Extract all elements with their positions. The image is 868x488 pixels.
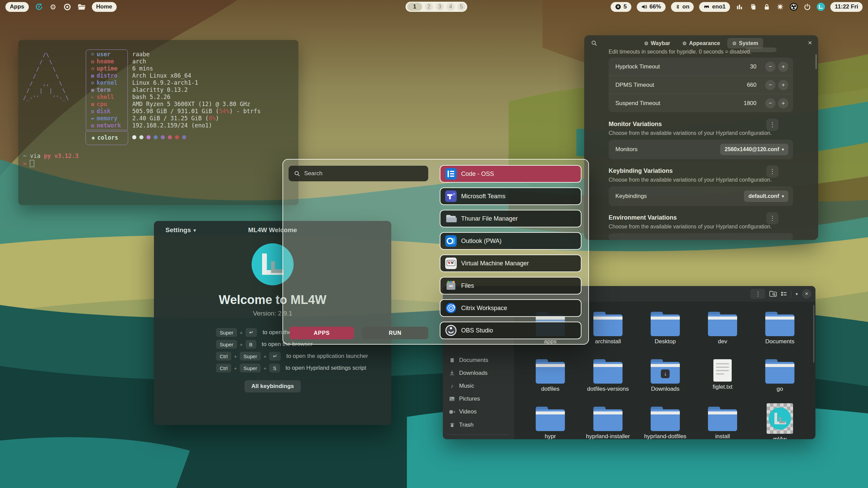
grid-item-folder[interactable]: install [695,407,750,439]
plus-separator: + [234,353,237,359]
sidebar-item-videos[interactable]: Videos [449,407,477,417]
launcher-item-obs-studio[interactable]: OBS Studio [440,322,581,339]
kebab-menu-icon[interactable]: ⋮ [766,165,778,178]
launcher-item-files[interactable]: Files [440,277,581,294]
sidebar-item-music[interactable]: ♪ Music [449,381,474,391]
apps-button[interactable]: Apps [5,2,29,12]
timeout-row-suspend: Suspend Timeout 1800 − + [609,94,793,112]
launcher-item-outlook[interactable]: Outlook (PWA) [440,232,581,250]
keybindings-dropdown[interactable]: default.conf▾ [744,190,788,202]
folder-search-icon[interactable] [769,291,777,297]
ml4w-logo-thumbnail [767,403,793,434]
decrement-button[interactable]: − [765,80,775,90]
timeout-label: Suspend Timeout [615,100,744,107]
music-icon: ♪ [449,383,455,389]
shell-prompt-line[interactable]: > [23,160,34,167]
clipboard-icon[interactable] [749,3,757,11]
audio-mixer-icon[interactable] [735,3,744,11]
run-mode-button[interactable]: RUN [362,327,428,339]
decrement-button[interactable]: − [765,98,775,108]
grid-item-folder[interactable]: dotfiles-versions [581,359,635,392]
bluetooth-module[interactable]: on [671,2,694,12]
apps-mode-button[interactable]: APPS [290,327,354,339]
close-icon[interactable]: × [808,39,812,47]
grid-item-image[interactable]: ml4w [753,403,807,439]
kebab-menu-icon[interactable]: ⋮ [766,212,778,224]
settings-scrollbar[interactable] [815,54,817,69]
obs-tray-icon[interactable] [790,3,798,11]
increment-button[interactable]: + [778,80,788,90]
tab-waybar[interactable]: ⚙Waybar [639,38,675,48]
increment-button[interactable]: + [778,98,788,108]
clock-module[interactable]: 11:22 Fri [830,2,863,12]
tab-system[interactable]: ⚙System [727,38,763,48]
launcher-item-virtual-machine-manager[interactable]: Virtual Machine Manager [440,255,581,272]
ml4w-tray-icon[interactable] [817,3,825,11]
sidebar-item-trash[interactable]: Trash [449,420,474,430]
power-icon[interactable] [803,3,811,11]
launcher-item-code-oss[interactable]: Code - OSS [440,165,581,183]
list-view-icon[interactable] [781,291,787,297]
ml4w-settings-window: ⚙Waybar ⚙Appearance ⚙System × Edit timeo… [584,35,818,240]
updates-module[interactable]: 5 [611,2,631,12]
kebab-menu-icon[interactable]: ⋮ [750,289,765,299]
launcher-item-thunar[interactable]: Thunar File Manager [440,210,581,227]
obs-app-icon [445,325,457,336]
grid-item-downloads-folder[interactable]: ↓ Downloads [638,359,692,392]
sidebar-item-pictures[interactable]: Pictures [449,394,480,404]
key-chip: ↵ [245,328,257,337]
grid-item-folder[interactable]: archinstall [581,312,635,345]
workspace-3[interactable]: 3 [436,3,444,11]
grid-item-folder[interactable]: hyprland-installer [581,407,635,439]
launcher-item-citrix[interactable]: Citrix Workspace [440,299,581,317]
workspace-2[interactable]: 2 [425,3,433,11]
lock-icon[interactable] [763,3,771,11]
monitor-variations-desc: Choose from the available variations of … [609,130,772,136]
timeout-value[interactable]: 660 [747,82,756,88]
grid-item-folder[interactable]: hypr [523,407,577,439]
workspace-4[interactable]: 4 [447,3,455,11]
increment-button[interactable]: + [778,62,788,72]
info-row-shell: ▸shellbash 5.2.26 [86,94,261,101]
home-button[interactable]: Home [92,2,117,12]
tab-appearance[interactable]: ⚙Appearance [677,38,725,48]
fastfetch-info: ☺userraabe ▤hnamearch ◔uptime6 mins ▦dis… [86,51,261,129]
ai-assistant-icon[interactable] [35,3,43,11]
sidebar-item-documents[interactable]: Documents [449,355,488,365]
palette-dot [146,135,151,139]
plus-separator: + [263,365,267,371]
launcher-search-input[interactable]: Search [289,166,428,181]
volume-module[interactable]: 66% [637,2,666,12]
terminal-window[interactable]: /\ / \ / \ / \ / ,, \ / | | \ /_-'' ''-_… [18,40,298,205]
view-options-dropdown-icon[interactable]: ▾ [795,291,798,297]
grid-item-folder[interactable]: Desktop [638,312,692,345]
monitors-dropdown[interactable]: 868x488@120.conf▾ [720,144,788,155]
launcher-item-microsoft-teams[interactable]: Microsoft Teams [440,187,581,205]
sidebar-item-downloads[interactable]: Downloads [449,368,488,378]
file-manager-icon[interactable] [78,3,86,11]
timeout-value[interactable]: 30 [750,63,756,70]
palette-icon: ◉ [89,135,97,140]
folder-icon [765,314,794,336]
workspace-1[interactable]: 1 [407,3,422,11]
all-keybindings-button[interactable]: All keybindings [244,380,301,392]
grid-item-folder[interactable]: dotfiles [523,359,577,392]
plus-separator: + [263,353,267,359]
grid-item-folder[interactable]: go [753,359,807,392]
settings-gear-icon[interactable]: ⚙ [49,3,57,11]
vmm-icon [445,258,457,269]
workspace-5[interactable]: 5 [457,3,466,11]
grid-item-folder[interactable]: Documents [753,312,807,345]
grid-item-folder[interactable]: dev [695,312,750,345]
grid-item-folder[interactable]: hyprland-dotfiles [638,407,692,439]
kebab-menu-icon[interactable]: ⋮ [766,119,778,131]
grid-item-text-file[interactable]: figlet.txt [695,358,750,390]
network-module[interactable]: eno1 [699,2,730,12]
timeout-value[interactable]: 1800 [744,100,756,107]
burst-icon[interactable] [776,3,784,11]
palette-dot [175,135,179,139]
browser-icon[interactable] [63,3,72,11]
close-icon[interactable]: × [802,289,811,299]
decrement-button[interactable]: − [765,62,775,72]
files-scrollbar[interactable] [813,305,814,363]
